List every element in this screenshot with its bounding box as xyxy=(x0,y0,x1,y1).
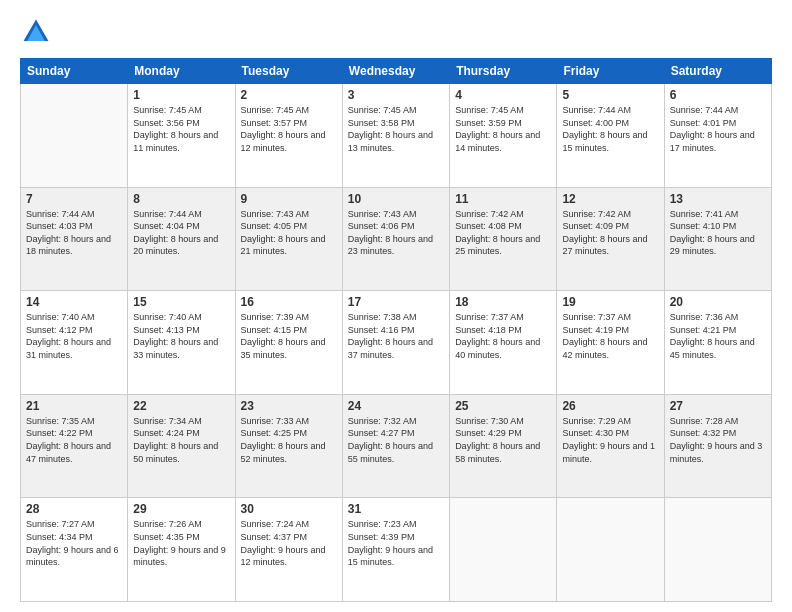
day-number: 22 xyxy=(133,399,229,413)
day-number: 12 xyxy=(562,192,658,206)
day-info: Sunrise: 7:30 AMSunset: 4:29 PMDaylight:… xyxy=(455,415,551,465)
calendar-cell: 30Sunrise: 7:24 AMSunset: 4:37 PMDayligh… xyxy=(235,498,342,602)
calendar-cell: 22Sunrise: 7:34 AMSunset: 4:24 PMDayligh… xyxy=(128,394,235,498)
calendar-cell xyxy=(664,498,771,602)
day-number: 26 xyxy=(562,399,658,413)
day-info: Sunrise: 7:42 AMSunset: 4:08 PMDaylight:… xyxy=(455,208,551,258)
day-info: Sunrise: 7:36 AMSunset: 4:21 PMDaylight:… xyxy=(670,311,766,361)
weekday-header-tuesday: Tuesday xyxy=(235,59,342,84)
day-info: Sunrise: 7:23 AMSunset: 4:39 PMDaylight:… xyxy=(348,518,444,568)
day-number: 24 xyxy=(348,399,444,413)
logo xyxy=(20,16,56,48)
day-info: Sunrise: 7:45 AMSunset: 3:57 PMDaylight:… xyxy=(241,104,337,154)
day-number: 6 xyxy=(670,88,766,102)
calendar-cell: 29Sunrise: 7:26 AMSunset: 4:35 PMDayligh… xyxy=(128,498,235,602)
page: SundayMondayTuesdayWednesdayThursdayFrid… xyxy=(0,0,792,612)
day-info: Sunrise: 7:29 AMSunset: 4:30 PMDaylight:… xyxy=(562,415,658,465)
day-info: Sunrise: 7:26 AMSunset: 4:35 PMDaylight:… xyxy=(133,518,229,568)
day-number: 9 xyxy=(241,192,337,206)
day-number: 18 xyxy=(455,295,551,309)
calendar-cell: 25Sunrise: 7:30 AMSunset: 4:29 PMDayligh… xyxy=(450,394,557,498)
day-info: Sunrise: 7:45 AMSunset: 3:58 PMDaylight:… xyxy=(348,104,444,154)
calendar-week-row: 1Sunrise: 7:45 AMSunset: 3:56 PMDaylight… xyxy=(21,84,772,188)
day-number: 3 xyxy=(348,88,444,102)
day-number: 10 xyxy=(348,192,444,206)
calendar-cell: 4Sunrise: 7:45 AMSunset: 3:59 PMDaylight… xyxy=(450,84,557,188)
day-number: 23 xyxy=(241,399,337,413)
day-info: Sunrise: 7:24 AMSunset: 4:37 PMDaylight:… xyxy=(241,518,337,568)
calendar-cell xyxy=(557,498,664,602)
day-number: 19 xyxy=(562,295,658,309)
calendar-week-row: 28Sunrise: 7:27 AMSunset: 4:34 PMDayligh… xyxy=(21,498,772,602)
day-info: Sunrise: 7:44 AMSunset: 4:04 PMDaylight:… xyxy=(133,208,229,258)
day-number: 20 xyxy=(670,295,766,309)
calendar-cell: 19Sunrise: 7:37 AMSunset: 4:19 PMDayligh… xyxy=(557,291,664,395)
weekday-header-thursday: Thursday xyxy=(450,59,557,84)
day-number: 11 xyxy=(455,192,551,206)
day-info: Sunrise: 7:40 AMSunset: 4:12 PMDaylight:… xyxy=(26,311,122,361)
day-info: Sunrise: 7:37 AMSunset: 4:19 PMDaylight:… xyxy=(562,311,658,361)
calendar-cell: 11Sunrise: 7:42 AMSunset: 4:08 PMDayligh… xyxy=(450,187,557,291)
day-number: 5 xyxy=(562,88,658,102)
calendar-cell: 23Sunrise: 7:33 AMSunset: 4:25 PMDayligh… xyxy=(235,394,342,498)
day-number: 13 xyxy=(670,192,766,206)
calendar-cell: 31Sunrise: 7:23 AMSunset: 4:39 PMDayligh… xyxy=(342,498,449,602)
calendar-cell: 2Sunrise: 7:45 AMSunset: 3:57 PMDaylight… xyxy=(235,84,342,188)
day-info: Sunrise: 7:43 AMSunset: 4:06 PMDaylight:… xyxy=(348,208,444,258)
day-number: 14 xyxy=(26,295,122,309)
day-number: 27 xyxy=(670,399,766,413)
weekday-header-friday: Friday xyxy=(557,59,664,84)
calendar-cell: 3Sunrise: 7:45 AMSunset: 3:58 PMDaylight… xyxy=(342,84,449,188)
calendar-cell: 7Sunrise: 7:44 AMSunset: 4:03 PMDaylight… xyxy=(21,187,128,291)
day-info: Sunrise: 7:41 AMSunset: 4:10 PMDaylight:… xyxy=(670,208,766,258)
calendar-cell: 9Sunrise: 7:43 AMSunset: 4:05 PMDaylight… xyxy=(235,187,342,291)
calendar-cell xyxy=(21,84,128,188)
day-info: Sunrise: 7:28 AMSunset: 4:32 PMDaylight:… xyxy=(670,415,766,465)
calendar-cell: 13Sunrise: 7:41 AMSunset: 4:10 PMDayligh… xyxy=(664,187,771,291)
calendar-cell: 12Sunrise: 7:42 AMSunset: 4:09 PMDayligh… xyxy=(557,187,664,291)
calendar-week-row: 7Sunrise: 7:44 AMSunset: 4:03 PMDaylight… xyxy=(21,187,772,291)
calendar-cell: 27Sunrise: 7:28 AMSunset: 4:32 PMDayligh… xyxy=(664,394,771,498)
day-info: Sunrise: 7:45 AMSunset: 3:59 PMDaylight:… xyxy=(455,104,551,154)
weekday-header-row: SundayMondayTuesdayWednesdayThursdayFrid… xyxy=(21,59,772,84)
day-info: Sunrise: 7:34 AMSunset: 4:24 PMDaylight:… xyxy=(133,415,229,465)
calendar-cell: 28Sunrise: 7:27 AMSunset: 4:34 PMDayligh… xyxy=(21,498,128,602)
day-number: 8 xyxy=(133,192,229,206)
calendar-cell: 21Sunrise: 7:35 AMSunset: 4:22 PMDayligh… xyxy=(21,394,128,498)
calendar-cell: 17Sunrise: 7:38 AMSunset: 4:16 PMDayligh… xyxy=(342,291,449,395)
day-info: Sunrise: 7:44 AMSunset: 4:00 PMDaylight:… xyxy=(562,104,658,154)
day-info: Sunrise: 7:40 AMSunset: 4:13 PMDaylight:… xyxy=(133,311,229,361)
weekday-header-saturday: Saturday xyxy=(664,59,771,84)
day-number: 4 xyxy=(455,88,551,102)
calendar-cell: 8Sunrise: 7:44 AMSunset: 4:04 PMDaylight… xyxy=(128,187,235,291)
day-number: 7 xyxy=(26,192,122,206)
day-number: 15 xyxy=(133,295,229,309)
calendar-cell: 24Sunrise: 7:32 AMSunset: 4:27 PMDayligh… xyxy=(342,394,449,498)
day-info: Sunrise: 7:33 AMSunset: 4:25 PMDaylight:… xyxy=(241,415,337,465)
day-number: 16 xyxy=(241,295,337,309)
calendar-cell: 1Sunrise: 7:45 AMSunset: 3:56 PMDaylight… xyxy=(128,84,235,188)
calendar-cell: 18Sunrise: 7:37 AMSunset: 4:18 PMDayligh… xyxy=(450,291,557,395)
day-info: Sunrise: 7:44 AMSunset: 4:03 PMDaylight:… xyxy=(26,208,122,258)
day-info: Sunrise: 7:37 AMSunset: 4:18 PMDaylight:… xyxy=(455,311,551,361)
day-number: 28 xyxy=(26,502,122,516)
day-info: Sunrise: 7:42 AMSunset: 4:09 PMDaylight:… xyxy=(562,208,658,258)
day-info: Sunrise: 7:39 AMSunset: 4:15 PMDaylight:… xyxy=(241,311,337,361)
calendar-cell: 16Sunrise: 7:39 AMSunset: 4:15 PMDayligh… xyxy=(235,291,342,395)
calendar-table: SundayMondayTuesdayWednesdayThursdayFrid… xyxy=(20,58,772,602)
day-info: Sunrise: 7:43 AMSunset: 4:05 PMDaylight:… xyxy=(241,208,337,258)
weekday-header-sunday: Sunday xyxy=(21,59,128,84)
logo-icon xyxy=(20,16,52,48)
calendar-cell: 26Sunrise: 7:29 AMSunset: 4:30 PMDayligh… xyxy=(557,394,664,498)
day-info: Sunrise: 7:32 AMSunset: 4:27 PMDaylight:… xyxy=(348,415,444,465)
calendar-cell: 6Sunrise: 7:44 AMSunset: 4:01 PMDaylight… xyxy=(664,84,771,188)
calendar-cell: 20Sunrise: 7:36 AMSunset: 4:21 PMDayligh… xyxy=(664,291,771,395)
day-number: 25 xyxy=(455,399,551,413)
day-info: Sunrise: 7:45 AMSunset: 3:56 PMDaylight:… xyxy=(133,104,229,154)
day-number: 29 xyxy=(133,502,229,516)
weekday-header-wednesday: Wednesday xyxy=(342,59,449,84)
weekday-header-monday: Monday xyxy=(128,59,235,84)
day-number: 2 xyxy=(241,88,337,102)
day-info: Sunrise: 7:27 AMSunset: 4:34 PMDaylight:… xyxy=(26,518,122,568)
calendar-cell: 10Sunrise: 7:43 AMSunset: 4:06 PMDayligh… xyxy=(342,187,449,291)
